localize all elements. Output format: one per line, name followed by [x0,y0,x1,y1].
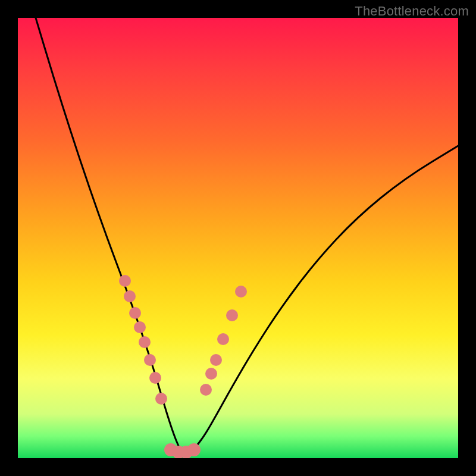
data-point [210,354,222,366]
data-point [129,307,141,319]
bottleneck-curve [36,18,458,455]
data-point [205,368,217,380]
data-point [235,286,247,298]
watermark-text: TheBottleneck.com [355,4,469,19]
chart-svg [18,18,458,458]
data-point [217,333,229,345]
data-point [226,309,238,321]
data-point [124,290,136,302]
data-point [149,372,161,384]
marker-layer [119,275,247,458]
data-point [200,384,212,396]
data-point [139,336,151,348]
data-point [155,393,167,405]
data-point [119,275,131,287]
plot-area [18,18,458,458]
data-point [187,443,201,456]
data-point [134,321,146,333]
data-point [144,354,156,366]
